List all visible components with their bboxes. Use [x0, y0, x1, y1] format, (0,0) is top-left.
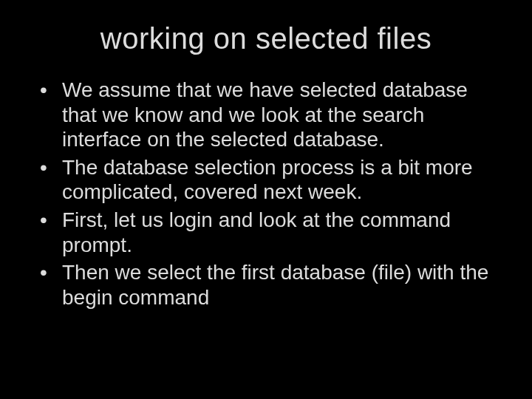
- slide-title: working on selected files: [30, 22, 502, 55]
- bullet-list: We assume that we have selected database…: [30, 78, 502, 310]
- list-item: First, let us login and look at the comm…: [37, 208, 502, 257]
- list-item: We assume that we have selected database…: [37, 78, 502, 152]
- list-item: The database selection process is a bit …: [37, 155, 502, 205]
- slide: working on selected files We assume that…: [0, 0, 532, 399]
- list-item: Then we select the first database (file)…: [37, 260, 502, 310]
